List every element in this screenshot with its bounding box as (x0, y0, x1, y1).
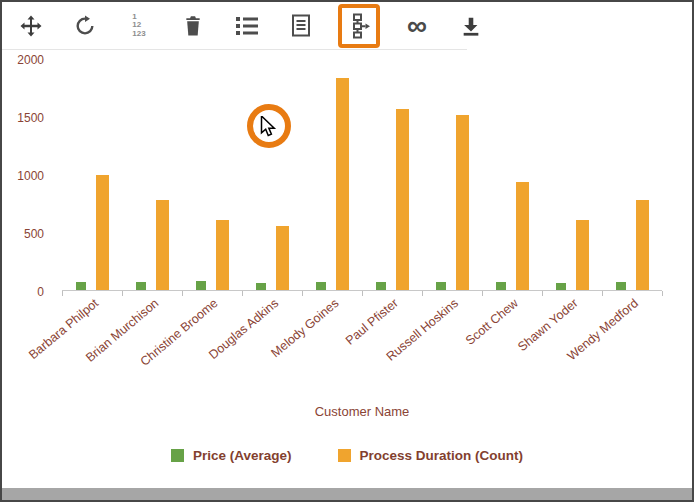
legend-swatch (338, 449, 351, 462)
report-button[interactable] (284, 8, 318, 44)
mouse-cursor (260, 116, 278, 141)
y-tick-label: 2000 (17, 53, 44, 67)
list-view-button[interactable] (230, 8, 264, 44)
x-labels: Barbara PhilpotBrian MurchisonChristine … (62, 296, 662, 391)
legend-label: Price (Average) (193, 448, 292, 463)
move-button[interactable] (14, 8, 48, 44)
bar[interactable] (96, 175, 109, 290)
bottom-bar (2, 488, 692, 500)
list-icon (235, 15, 259, 37)
legend-item[interactable]: Price (Average) (171, 448, 292, 463)
report-icon (291, 14, 311, 37)
bar-group (482, 59, 542, 290)
download-button[interactable] (454, 8, 488, 44)
bar[interactable] (136, 282, 146, 290)
app-window: 1 12 123 (0, 0, 694, 502)
y-tick-label: 0 (37, 285, 44, 299)
bar[interactable] (336, 78, 349, 290)
legend-swatch (171, 449, 184, 462)
download-icon (460, 15, 482, 37)
y-tick-label: 500 (24, 227, 44, 241)
bar[interactable] (256, 283, 266, 290)
delete-button[interactable] (176, 8, 210, 44)
y-tick-label: 1500 (17, 111, 44, 125)
refresh-button[interactable] (68, 8, 102, 44)
x-tick-label: Paul Pfister (343, 296, 401, 348)
bar[interactable] (316, 282, 326, 290)
bar[interactable] (216, 220, 229, 290)
trash-icon (183, 14, 203, 37)
x-axis-tick (662, 291, 663, 296)
bar[interactable] (496, 282, 506, 290)
legend-item[interactable]: Process Duration (Count) (338, 448, 524, 463)
x-axis-title: Customer Name (62, 404, 662, 419)
bar-group (122, 59, 182, 290)
infinity-button[interactable]: ∞ (400, 8, 434, 44)
bar[interactable] (576, 220, 589, 290)
bar[interactable] (436, 282, 446, 290)
bar[interactable] (456, 115, 469, 290)
row-numbers-line: 123 (132, 30, 145, 38)
toolbar: 1 12 123 (2, 2, 467, 50)
plot-area (62, 59, 662, 291)
bar-group (542, 59, 602, 290)
row-numbers-button[interactable]: 1 12 123 (122, 8, 156, 44)
move-icon (19, 14, 43, 38)
bar-group (362, 59, 422, 290)
bar[interactable] (76, 282, 86, 290)
bar-group (302, 59, 362, 290)
bar[interactable] (396, 109, 409, 290)
bar[interactable] (376, 282, 386, 290)
bar[interactable] (556, 283, 566, 290)
row-numbers-icon: 1 12 123 (132, 13, 145, 38)
bar[interactable] (636, 200, 649, 290)
legend-label: Process Duration (Count) (360, 448, 524, 463)
flowchart-button[interactable] (338, 4, 380, 48)
bar[interactable] (196, 281, 206, 290)
bar[interactable] (156, 200, 169, 290)
y-axis: 0500100015002000 (2, 59, 54, 291)
bar-group (602, 59, 662, 290)
bar[interactable] (616, 282, 626, 290)
bar-group (242, 59, 302, 290)
infinity-icon: ∞ (407, 12, 427, 40)
flowchart-icon (347, 13, 371, 39)
y-tick-label: 1000 (17, 169, 44, 183)
bar-group (182, 59, 242, 290)
refresh-icon (74, 15, 96, 37)
bar-group (422, 59, 482, 290)
bar[interactable] (516, 182, 529, 290)
legend: Price (Average)Process Duration (Count) (2, 448, 692, 463)
bar[interactable] (276, 226, 289, 290)
x-tick-label: Scott Chew (463, 296, 521, 348)
bar-group (62, 59, 122, 290)
